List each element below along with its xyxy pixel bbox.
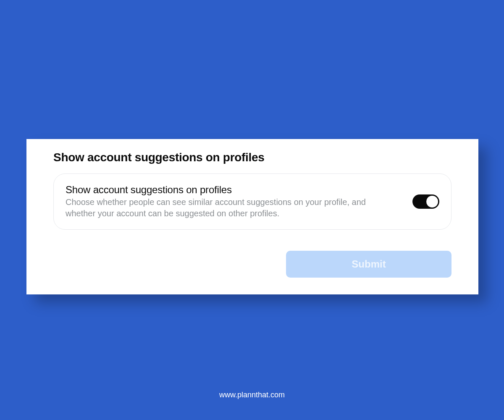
setting-text-block: Show account suggestions on profiles Cho… — [66, 184, 397, 219]
submit-button[interactable]: Submit — [286, 251, 452, 278]
setting-row: Show account suggestions on profiles Cho… — [53, 173, 452, 230]
settings-card: Show account suggestions on profiles Sho… — [26, 139, 478, 294]
setting-description: Choose whether people can see similar ac… — [66, 197, 397, 219]
footer-url: www.plannthat.com — [0, 391, 504, 399]
account-suggestions-toggle[interactable] — [412, 194, 439, 209]
toggle-knob — [426, 196, 438, 207]
setting-title: Show account suggestions on profiles — [66, 184, 397, 196]
card-header: Show account suggestions on profiles — [53, 151, 452, 164]
actions-row: Submit — [53, 251, 452, 278]
